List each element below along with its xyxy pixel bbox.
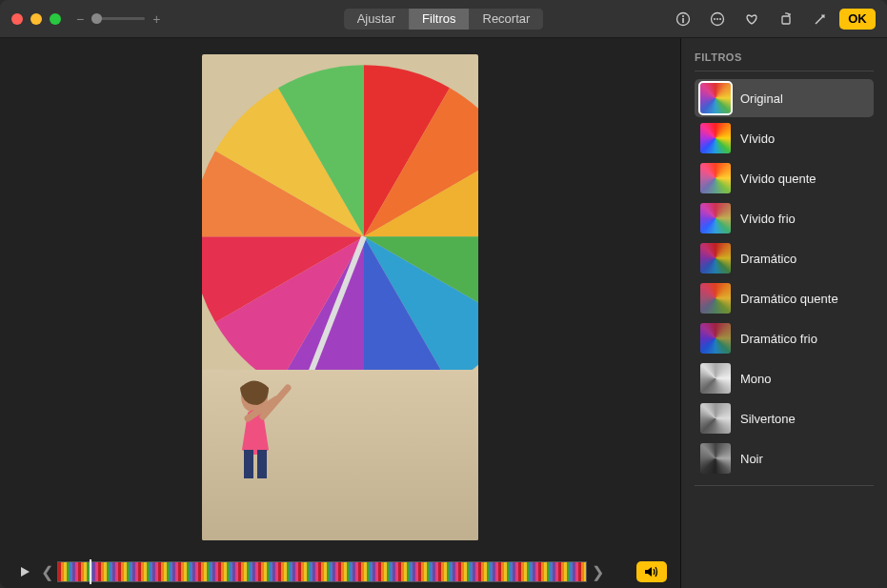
timeline-row: ❮ ❯: [0, 556, 680, 588]
zoom-in-icon: +: [152, 11, 160, 27]
edit-mode-tabs: Ajustar Filtros Recortar: [344, 9, 544, 30]
filter-thumb: [700, 123, 731, 153]
rotate-button[interactable]: [771, 9, 801, 30]
filter-item-original[interactable]: Original: [695, 79, 874, 117]
timeline-strip[interactable]: [57, 561, 587, 582]
filter-item-silvertone[interactable]: Silvertone: [695, 399, 874, 437]
filter-thumb: [700, 163, 731, 193]
filter-label: Noir: [740, 452, 763, 466]
filters-sidebar: FILTROS OriginalVívidoVívido quenteVívid…: [681, 38, 887, 588]
filter-thumb: [700, 443, 731, 474]
svg-point-1: [682, 15, 684, 17]
filter-thumb: [700, 283, 731, 314]
title-bar: − + Ajustar Filtros Recortar OK: [0, 0, 887, 38]
svg-point-4: [714, 18, 716, 20]
filter-thumb: [700, 363, 731, 394]
filter-list: OriginalVívidoVívido quenteVívido frioDr…: [695, 79, 874, 477]
speaker-icon: [644, 565, 659, 578]
image-area: [0, 38, 680, 556]
filter-item-vivid-warm[interactable]: Vívido quente: [695, 159, 874, 197]
filter-label: Original: [740, 91, 783, 106]
filter-item-dramatic-cool[interactable]: Dramático frio: [695, 319, 874, 357]
svg-rect-7: [782, 16, 790, 24]
filter-item-vivid[interactable]: Vívido: [695, 119, 874, 157]
filter-item-dramatic-warm[interactable]: Dramático quente: [695, 279, 874, 317]
play-icon: [19, 566, 30, 578]
filter-label: Dramático quente: [740, 292, 838, 306]
filter-label: Vívido: [740, 132, 775, 146]
filter-item-vivid-cool[interactable]: Vívido frio: [695, 199, 874, 237]
filter-label: Vívido quente: [740, 172, 816, 186]
trim-end-handle[interactable]: ❯: [593, 561, 602, 582]
viewer-panel: ❮ ❯: [0, 38, 681, 588]
info-icon: [675, 11, 691, 27]
filter-item-mono[interactable]: Mono: [695, 359, 874, 397]
zoom-track[interactable]: [91, 17, 145, 20]
filter-label: Dramático: [740, 252, 796, 266]
filter-item-dramatic[interactable]: Dramático: [695, 239, 874, 277]
info-button[interactable]: [668, 9, 698, 30]
filter-thumb: [700, 403, 731, 434]
person-in-image: [221, 378, 297, 483]
heart-icon: [744, 11, 759, 27]
divider: [695, 485, 874, 486]
svg-rect-2: [682, 18, 684, 23]
filter-label: Silvertone: [740, 412, 796, 426]
svg-point-5: [716, 18, 718, 20]
tab-filters[interactable]: Filtros: [409, 9, 469, 30]
divider: [695, 71, 874, 71]
trim-start-handle[interactable]: ❮: [42, 561, 51, 582]
filter-thumb: [700, 203, 731, 233]
more-icon: [710, 11, 725, 27]
close-window-button[interactable]: [11, 13, 23, 25]
window-controls: [11, 13, 61, 25]
sidebar-header: FILTROS: [695, 51, 874, 63]
rotate-icon: [778, 11, 794, 27]
preview-image: [202, 54, 478, 540]
enhance-button[interactable]: [805, 9, 836, 30]
zoom-thumb[interactable]: [91, 13, 102, 24]
filter-label: Vívido frio: [740, 212, 796, 226]
svg-rect-10: [244, 450, 253, 478]
zoom-slider[interactable]: − +: [76, 11, 160, 27]
minimize-window-button[interactable]: [30, 13, 42, 25]
filter-thumb: [700, 323, 731, 354]
filter-label: Mono: [740, 372, 772, 386]
filter-label: Dramático frio: [740, 332, 817, 346]
playhead[interactable]: [90, 559, 91, 584]
wand-icon: [813, 11, 828, 27]
zoom-out-icon: −: [76, 11, 84, 27]
maximize-window-button[interactable]: [50, 13, 61, 25]
play-button[interactable]: [13, 563, 36, 580]
done-button[interactable]: OK: [839, 9, 876, 30]
tab-adjust[interactable]: Ajustar: [344, 9, 409, 30]
more-button[interactable]: [702, 9, 733, 30]
filter-thumb: [700, 243, 731, 274]
sound-button[interactable]: [636, 561, 667, 582]
favorite-button[interactable]: [736, 9, 767, 30]
filter-item-noir[interactable]: Noir: [695, 439, 874, 477]
tab-crop[interactable]: Recortar: [470, 9, 544, 30]
svg-point-6: [719, 18, 721, 20]
filter-thumb: [700, 83, 731, 113]
content-area: ❮ ❯ FILTROS OriginalVívidoVívido quenteV…: [0, 38, 887, 588]
svg-rect-11: [257, 450, 267, 478]
